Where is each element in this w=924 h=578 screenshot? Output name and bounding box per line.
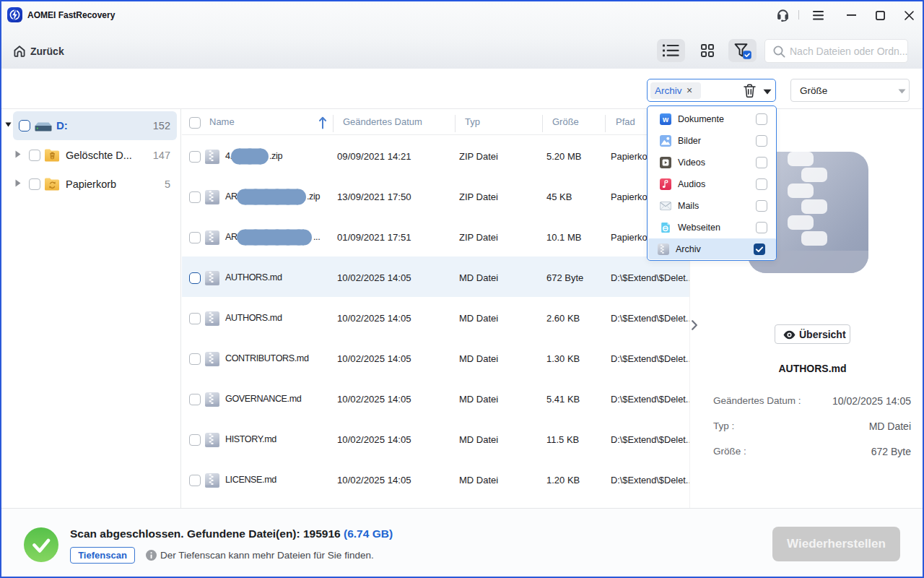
svg-text:w: w (662, 115, 669, 124)
